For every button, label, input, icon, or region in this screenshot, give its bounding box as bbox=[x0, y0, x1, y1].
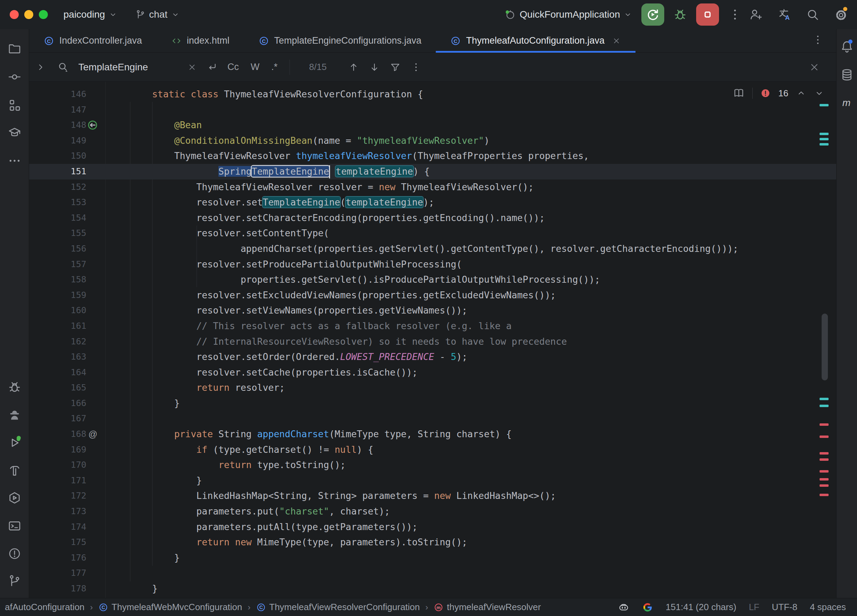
previous-match-icon[interactable] bbox=[348, 62, 359, 73]
stripe-mark[interactable] bbox=[820, 478, 829, 480]
search-icon[interactable] bbox=[57, 61, 69, 73]
tab-index.html[interactable]: index.html bbox=[157, 29, 244, 52]
bean-gutter-icon[interactable] bbox=[87, 119, 99, 131]
clear-search-icon[interactable] bbox=[187, 62, 197, 72]
code-line-157[interactable]: 157 resolver.setProducePartialOutputWhil… bbox=[29, 257, 836, 272]
search-everywhere-icon[interactable] bbox=[806, 8, 820, 22]
tool-version-control[interactable] bbox=[0, 574, 29, 588]
code-line-149[interactable]: 149 @ConditionalOnMissingBean(name = "th… bbox=[29, 133, 836, 149]
tool-profiler[interactable] bbox=[0, 408, 29, 422]
search-toggle-Cc[interactable]: Cc bbox=[227, 62, 239, 73]
code-line-175[interactable]: 175 return new MimeType(type, parameters… bbox=[29, 534, 836, 550]
inspections-widget[interactable]: 16 bbox=[733, 87, 825, 99]
code-line-165[interactable]: 165 return resolver; bbox=[29, 380, 836, 396]
stop-button[interactable] bbox=[696, 3, 719, 26]
code-line-152[interactable]: 152 ThymeleafViewResolver resolver = new… bbox=[29, 179, 836, 195]
breadcrumb-item[interactable]: CThymeleafViewResolverConfiguration bbox=[256, 602, 420, 613]
indent-setting[interactable]: 4 spaces bbox=[810, 602, 846, 613]
previous-problem-icon[interactable] bbox=[796, 88, 806, 99]
tool-learn[interactable] bbox=[0, 126, 29, 140]
tool-build-tool[interactable] bbox=[0, 463, 29, 477]
code-line-148[interactable]: 148 @Bean bbox=[29, 117, 836, 133]
tool-project[interactable] bbox=[0, 42, 29, 56]
tool-database[interactable] bbox=[837, 68, 857, 82]
tool-maven[interactable]: m bbox=[837, 96, 857, 110]
code-line-162[interactable]: 162 // InternalResourceViewResolver) so … bbox=[29, 334, 836, 350]
stripe-mark[interactable] bbox=[820, 459, 829, 461]
code-line-156[interactable]: 156 appendCharset(properties.getServlet(… bbox=[29, 241, 836, 257]
code-line-160[interactable]: 160 resolver.setViewNames(properties.get… bbox=[29, 303, 836, 318]
code-line-178[interactable]: 178 } bbox=[29, 581, 836, 597]
code-line-168[interactable]: 168@ private String appendCharset(MimeTy… bbox=[29, 426, 836, 442]
at-gutter-icon[interactable]: @ bbox=[87, 428, 99, 440]
tab-ThymeleafAutoConfiguration.java[interactable]: CThymeleafAutoConfiguration.java bbox=[436, 29, 635, 52]
next-match-icon[interactable] bbox=[369, 62, 380, 73]
tab-IndexController.java[interactable]: CIndexController.java bbox=[29, 29, 157, 52]
tool-structure[interactable] bbox=[0, 99, 29, 112]
breadcrumb-item[interactable]: CThymeleafWebMvcConfiguration bbox=[99, 602, 242, 613]
code-line-173[interactable]: 173 parameters.put("charset", charset); bbox=[29, 504, 836, 519]
code-line-170[interactable]: 170 return type.toString(); bbox=[29, 457, 836, 473]
stripe-mark[interactable] bbox=[820, 435, 829, 438]
search-toggle-W[interactable]: W bbox=[251, 62, 259, 73]
code-line-155[interactable]: 155 resolver.setContentType( bbox=[29, 225, 836, 241]
tab-options-kebab-icon[interactable] bbox=[812, 34, 824, 46]
stripe-mark[interactable] bbox=[820, 484, 829, 487]
line-separator[interactable]: LF bbox=[749, 602, 759, 613]
code-line-167[interactable]: 167 bbox=[29, 411, 836, 426]
stripe-mark[interactable] bbox=[820, 494, 829, 496]
reader-mode-icon[interactable] bbox=[733, 87, 745, 99]
zoom-window-button[interactable] bbox=[39, 10, 48, 19]
code-line-171[interactable]: 171 } bbox=[29, 473, 836, 488]
add-user-icon[interactable] bbox=[749, 8, 763, 22]
code-line-150[interactable]: 150 ThymeleafViewResolver thymeleafViewR… bbox=[29, 148, 836, 164]
search-input[interactable]: TemplateEngine bbox=[78, 62, 183, 73]
close-find-bar-icon[interactable] bbox=[809, 61, 820, 73]
tool-terminal[interactable] bbox=[0, 519, 29, 533]
code-line-176[interactable]: 176 } bbox=[29, 550, 836, 566]
copilot-icon[interactable] bbox=[618, 601, 630, 613]
stripe-mark[interactable] bbox=[820, 404, 829, 407]
project-widget[interactable]: paicoding bbox=[63, 0, 118, 29]
settings-icon[interactable] bbox=[834, 8, 848, 22]
breadcrumb-item[interactable]: mthymeleafViewResolver bbox=[434, 602, 541, 613]
caret-position[interactable]: 151:41 (20 chars) bbox=[666, 602, 736, 613]
tool-debug-tool[interactable] bbox=[0, 380, 29, 394]
code-line-177[interactable]: 177 bbox=[29, 565, 836, 581]
breadcrumb-item[interactable]: afAutoConfiguration bbox=[5, 602, 85, 613]
tool-problems[interactable] bbox=[0, 547, 29, 560]
code-line-154[interactable]: 154 resolver.setCharacterEncoding(proper… bbox=[29, 210, 836, 226]
stripe-mark[interactable] bbox=[820, 398, 829, 400]
run-configuration-widget[interactable]: QuickForumApplication bbox=[504, 0, 632, 29]
code-line-158[interactable]: 158 properties.getServlet().isProducePar… bbox=[29, 272, 836, 287]
close-tab-icon[interactable] bbox=[612, 36, 621, 45]
tool-more-tools[interactable] bbox=[0, 154, 29, 168]
code-line-174[interactable]: 174 parameters.putAll(type.getParameters… bbox=[29, 519, 836, 535]
tab-TemplateEngineConfigurations.java[interactable]: CTemplateEngineConfigurations.java bbox=[244, 29, 436, 52]
filter-icon[interactable] bbox=[390, 62, 401, 73]
stripe-mark[interactable] bbox=[820, 143, 829, 145]
tool-services[interactable] bbox=[0, 491, 29, 505]
google-icon[interactable] bbox=[642, 602, 653, 613]
search-toggle-.*[interactable]: .* bbox=[271, 62, 277, 73]
code-line-146[interactable]: 146 static class ThymeleafViewResolverCo… bbox=[29, 86, 836, 102]
more-run-options[interactable] bbox=[728, 8, 742, 22]
new-line-icon[interactable] bbox=[207, 62, 218, 73]
code-line-153[interactable]: 153 resolver.setTemplateEngine(templateE… bbox=[29, 195, 836, 210]
expand-find-icon[interactable] bbox=[36, 62, 46, 73]
stripe-mark[interactable] bbox=[820, 470, 829, 472]
code-line-163[interactable]: 163 resolver.setOrder(Ordered.LOWEST_PRE… bbox=[29, 349, 836, 365]
stripe-mark[interactable] bbox=[820, 423, 829, 426]
stripe-mark[interactable] bbox=[820, 452, 829, 455]
stripe-mark[interactable] bbox=[820, 104, 829, 107]
code-line-151[interactable]: 151 SpringTemplateEngine templateEngine)… bbox=[29, 164, 836, 179]
code-line-159[interactable]: 159 resolver.setExcludedViewNames(proper… bbox=[29, 287, 836, 303]
stripe-mark[interactable] bbox=[820, 138, 829, 140]
vcs-widget[interactable]: chat bbox=[135, 0, 180, 29]
translate-icon[interactable]: A bbox=[777, 8, 791, 22]
scrollbar-thumb[interactable] bbox=[821, 313, 828, 380]
more-options-kebab-icon[interactable] bbox=[410, 62, 422, 73]
close-window-button[interactable] bbox=[10, 10, 19, 19]
code-line-169[interactable]: 169 if (type.getCharset() != null) { bbox=[29, 442, 836, 458]
tool-run-tool[interactable] bbox=[0, 436, 29, 450]
